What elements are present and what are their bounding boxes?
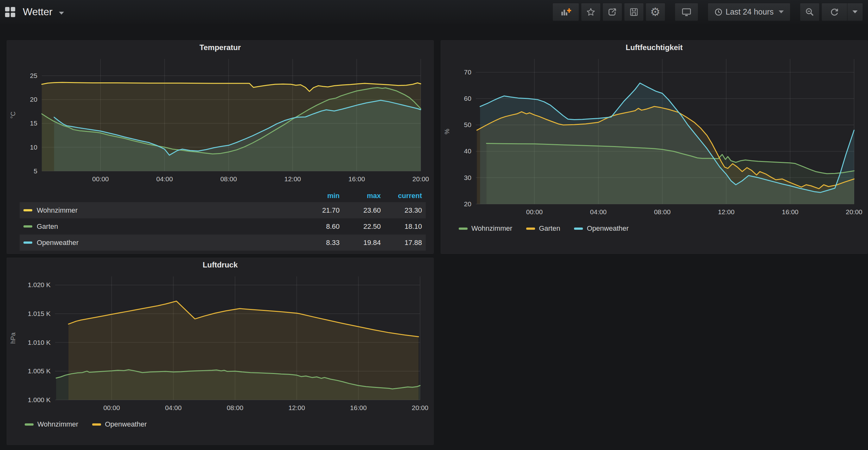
- svg-text:00:00: 00:00: [103, 404, 120, 411]
- panel-luftfeuchtigkeit: Luftfeuchtigkeit 00:0004:0008:0012:0016:…: [441, 40, 868, 254]
- star-button[interactable]: [581, 3, 601, 21]
- series-swatch-icon[interactable]: [24, 209, 32, 211]
- svg-text:5: 5: [34, 167, 37, 175]
- series-name: Garten: [539, 224, 560, 233]
- series-name: Openweather: [587, 224, 628, 233]
- series-name[interactable]: Openweather: [37, 239, 302, 247]
- refresh-interval-dropdown[interactable]: [847, 3, 863, 21]
- legend-item-openweather[interactable]: Openweather: [574, 224, 628, 233]
- svg-text:20: 20: [464, 200, 471, 208]
- panel-luftdruck-title[interactable]: Luftdruck: [7, 258, 433, 272]
- dashboard-title-caret-icon[interactable]: [59, 12, 64, 14]
- add-panel-icon: [560, 7, 571, 17]
- svg-text:20:00: 20:00: [846, 208, 862, 215]
- refresh-icon: [830, 7, 839, 17]
- settings-button[interactable]: ⚙: [646, 3, 665, 21]
- luftdruck-legend: WohnzimmerOpenweather: [7, 420, 433, 428]
- legend-header-min[interactable]: min: [302, 192, 343, 200]
- series-name: Wohnzimmer: [37, 420, 78, 428]
- refresh-caret-icon: [852, 10, 858, 13]
- svg-text:08:00: 08:00: [220, 175, 237, 183]
- series-name: Openweather: [105, 420, 147, 428]
- svg-text:16:00: 16:00: [348, 175, 365, 183]
- dashboard-grid-icon[interactable]: [5, 7, 15, 17]
- zoom-out-button[interactable]: [800, 3, 819, 21]
- series-name[interactable]: Garten: [37, 222, 302, 231]
- grafana-dashboard: Wetter: [0, 0, 868, 450]
- panel-temperatur: Temperatur 00:0004:0008:0012:0016:0020:0…: [7, 40, 434, 254]
- legend-header-max[interactable]: max: [343, 192, 384, 200]
- dashboard-title[interactable]: Wetter: [23, 6, 53, 18]
- svg-text:hPa: hPa: [9, 332, 17, 343]
- legend-item-openweather[interactable]: Openweather: [92, 420, 147, 428]
- star-icon: [586, 7, 595, 17]
- series-current-value: 18.10: [384, 222, 426, 231]
- svg-text:04:00: 04:00: [156, 175, 173, 183]
- add-panel-button[interactable]: [553, 3, 579, 21]
- svg-text:1.010 K: 1.010 K: [28, 339, 51, 346]
- save-button[interactable]: [624, 3, 644, 21]
- series-swatch-icon: [459, 228, 468, 230]
- svg-text:12:00: 12:00: [718, 208, 734, 215]
- legend-item-garten[interactable]: Garten: [526, 224, 560, 233]
- legend-header-current[interactable]: current: [384, 192, 426, 200]
- series-min-value: 8.60: [302, 222, 343, 231]
- share-button[interactable]: [602, 3, 622, 21]
- cycle-view-button[interactable]: [675, 3, 698, 21]
- navbar: Wetter: [0, 0, 868, 24]
- svg-text:30: 30: [464, 174, 471, 181]
- refresh-button-group: [822, 3, 863, 21]
- svg-text:00:00: 00:00: [92, 175, 108, 183]
- svg-text:1.005 K: 1.005 K: [28, 367, 51, 374]
- series-swatch-icon: [25, 423, 34, 426]
- series-swatch-icon[interactable]: [24, 225, 32, 228]
- time-range-picker[interactable]: Last 24 hours: [708, 3, 791, 21]
- series-swatch-icon: [526, 228, 535, 230]
- luftfeuchtigkeit-legend: WohnzimmerGartenOpenweather: [441, 224, 867, 233]
- series-swatch-icon[interactable]: [24, 241, 32, 244]
- save-icon: [629, 7, 639, 17]
- svg-text:20:00: 20:00: [412, 404, 428, 411]
- refresh-button[interactable]: [822, 3, 847, 21]
- svg-text:70: 70: [464, 68, 471, 76]
- series-max-value: 22.50: [343, 222, 384, 231]
- svg-text:00:00: 00:00: [526, 208, 542, 215]
- svg-text:50: 50: [464, 121, 471, 128]
- series-min-value: 8.33: [302, 239, 343, 247]
- legend-item-wohnzimmer[interactable]: Wohnzimmer: [459, 224, 512, 233]
- series-max-value: 23.60: [343, 206, 384, 214]
- svg-text:12:00: 12:00: [284, 175, 301, 183]
- series-name[interactable]: Wohnzimmer: [37, 206, 302, 214]
- svg-text:20:00: 20:00: [412, 175, 429, 183]
- svg-text:25: 25: [30, 72, 37, 79]
- svg-text:1.020 K: 1.020 K: [28, 281, 51, 289]
- legend-row-openweather: Openweather8.3319.8417.88: [20, 235, 426, 251]
- time-range-label: Last 24 hours: [726, 7, 774, 17]
- svg-text:°C: °C: [9, 112, 17, 119]
- svg-text:40: 40: [464, 147, 471, 155]
- tv-icon: [681, 7, 691, 17]
- svg-text:1.015 K: 1.015 K: [28, 310, 51, 317]
- legend-header-row: minmaxcurrent: [20, 189, 426, 202]
- luftdruck-chart[interactable]: 00:0004:0008:0012:0016:0020:001.000 K1.0…: [7, 272, 433, 415]
- svg-text:04:00: 04:00: [165, 404, 182, 411]
- series-current-value: 23.30: [384, 206, 426, 214]
- luftfeuchtigkeit-chart[interactable]: 00:0004:0008:0012:0016:0020:002030405060…: [441, 55, 867, 219]
- time-range-caret-icon: [779, 10, 784, 13]
- gear-icon: ⚙: [650, 6, 660, 18]
- temperatur-chart[interactable]: 00:0004:0008:0012:0016:0020:00510152025°…: [7, 55, 433, 185]
- panel-temperatur-title[interactable]: Temperatur: [7, 40, 433, 55]
- temperatur-legend-table: minmaxcurrentWohnzimmer21.7023.6023.30Ga…: [20, 189, 426, 251]
- legend-item-wohnzimmer[interactable]: Wohnzimmer: [25, 420, 78, 428]
- panel-luftfeuchtigkeit-title[interactable]: Luftfeuchtigkeit: [441, 40, 867, 55]
- navbar-left: Wetter: [0, 6, 551, 18]
- share-icon: [608, 7, 617, 17]
- svg-text:12:00: 12:00: [288, 404, 305, 411]
- series-min-value: 21.70: [302, 206, 343, 214]
- series-current-value: 17.88: [384, 239, 426, 247]
- svg-text:08:00: 08:00: [227, 404, 243, 411]
- zoom-out-icon: [805, 7, 814, 17]
- legend-row-garten: Garten8.6022.5018.10: [20, 218, 426, 235]
- clock-icon: [714, 8, 722, 16]
- svg-text:1.000 K: 1.000 K: [28, 396, 51, 403]
